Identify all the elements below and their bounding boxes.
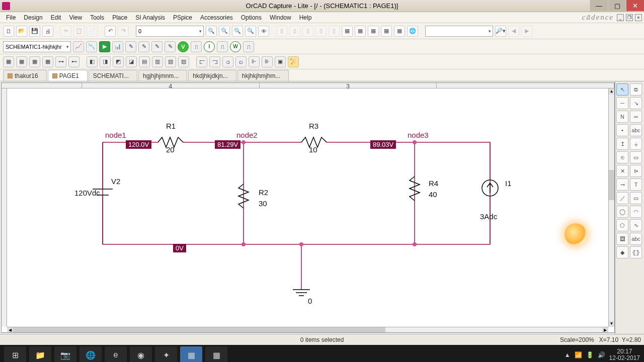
chrome-icon[interactable]: ◉	[130, 346, 152, 362]
place-ole-button[interactable]: abc	[630, 233, 642, 245]
app1-icon[interactable]: 🌐	[79, 346, 102, 362]
new-button[interactable]: 🗋	[3, 26, 14, 37]
tool-c-button[interactable]: ▯	[302, 26, 313, 37]
minimize-button[interactable]: —	[590, 0, 608, 11]
dt15[interactable]: ⫍	[196, 56, 207, 67]
scroll-right-button[interactable]: ▶	[602, 327, 608, 332]
app2-icon[interactable]: ✦	[155, 346, 177, 362]
dt3[interactable]: ▦	[29, 56, 40, 67]
voltage-badge-node1[interactable]: 120.0V	[126, 140, 151, 149]
marker-i-button[interactable]: ✎	[138, 41, 149, 52]
place-noconnect-button[interactable]: ✕	[616, 165, 628, 177]
sim-profile-button[interactable]: 📈	[73, 41, 84, 52]
undo-button[interactable]: ↶	[105, 26, 116, 37]
place-ground-button[interactable]: ⏚	[630, 138, 642, 150]
scroll-down-button[interactable]: ▼	[609, 321, 614, 327]
comp-value-r1[interactable]: 20	[166, 145, 175, 154]
net-label-node3[interactable]: node3	[408, 131, 429, 139]
place-power-button[interactable]: ↥	[616, 138, 628, 150]
comp-label-r1[interactable]: R1	[166, 122, 176, 130]
place-rect-button[interactable]: ▭	[630, 192, 642, 204]
voltage-badge-node2[interactable]: 81.29V	[215, 140, 240, 149]
zoom-in-button[interactable]: 🔍	[206, 26, 217, 37]
bias-w2-button[interactable]: ⎍	[243, 41, 254, 52]
print-button[interactable]: 🖨	[42, 26, 53, 37]
cut-button[interactable]: ✂	[60, 26, 71, 37]
tool-e-button[interactable]: ▯	[329, 26, 340, 37]
menu-design[interactable]: Design	[20, 13, 46, 22]
menu-file[interactable]: File	[2, 13, 20, 22]
menu-tools[interactable]: Tools	[86, 13, 108, 22]
scroll-thumb[interactable]	[13, 327, 385, 332]
place-text-button[interactable]: T	[630, 178, 642, 191]
bias-power-button[interactable]: W	[230, 41, 241, 52]
horizontal-scrollbar[interactable]: ◀ ▶	[7, 327, 608, 332]
eye-icon[interactable]: 👁	[258, 26, 269, 37]
place-part-button[interactable]: ⧉	[630, 83, 642, 96]
menu-view[interactable]: View	[65, 13, 86, 22]
dt13[interactable]: ▧	[165, 56, 176, 67]
tab-schematic[interactable]: SCHEMATI...	[89, 70, 137, 81]
schematic-canvas[interactable]: node1 node2 node3 120.0V 81.29V 89.03V 0…	[7, 88, 608, 327]
tool-j-button[interactable]: ▦	[394, 26, 405, 37]
tool-b-button[interactable]: ▯	[289, 26, 300, 37]
system-tray[interactable]: ▲ 📶 🔋 🔊 20:17 12-02-2017	[565, 348, 640, 361]
zoom-out-button[interactable]: 🔍	[219, 26, 230, 37]
scroll-left-button[interactable]: ◀	[7, 327, 13, 332]
maximize-button[interactable]: ▢	[608, 0, 626, 11]
place-autowire-button[interactable]: ↘	[630, 97, 642, 109]
tray-up-icon[interactable]: ▲	[565, 351, 571, 358]
tool-a-button[interactable]: ▯	[276, 26, 287, 37]
tab-hkj[interactable]: hkjhkjhmjhm...	[237, 70, 289, 81]
dt16[interactable]: ⫎	[209, 56, 220, 67]
menu-window[interactable]: Window	[266, 13, 295, 22]
marker-w-button[interactable]: ✎	[151, 41, 163, 52]
comp-label-r3[interactable]: R3	[309, 122, 318, 130]
dt14[interactable]: ▨	[178, 56, 189, 67]
place-port-button[interactable]: ⊳	[630, 165, 642, 177]
dt1[interactable]: ▦	[3, 56, 14, 67]
comp-label-i1[interactable]: I1	[505, 179, 512, 188]
tool-f-button[interactable]: ▦	[342, 26, 353, 37]
dt5[interactable]: ⊶	[55, 56, 66, 67]
comp-label-r4[interactable]: R4	[429, 179, 438, 188]
save-button[interactable]: 💾	[29, 26, 40, 37]
palette-more2-button[interactable]: ⦃⦄	[630, 246, 642, 258]
place-offpage-button[interactable]: ⎋	[616, 151, 628, 163]
comp-value-v2[interactable]: 120Vdc	[74, 189, 100, 197]
tool-d-button[interactable]: ▯	[315, 26, 327, 37]
menu-edit[interactable]: Edit	[47, 13, 65, 22]
menu-place[interactable]: Place	[108, 13, 131, 22]
bias-voltage-button[interactable]: V	[178, 41, 189, 52]
explorer-icon[interactable]: 📁	[29, 346, 51, 362]
tab-thakur16[interactable]: thakur16	[3, 70, 47, 81]
place-arc-button[interactable]: ◠	[630, 206, 642, 218]
paste-button[interactable]: 📄	[87, 26, 98, 37]
search-combo[interactable]	[425, 26, 493, 37]
place-wire-button[interactable]: ─	[616, 97, 628, 109]
comp-value-r4[interactable]: 40	[429, 190, 437, 199]
mdi-close-button[interactable]: ×	[635, 14, 642, 21]
tool-g-button[interactable]: ▦	[355, 26, 366, 37]
tab-hkd[interactable]: hkdjhkjdkjn...	[188, 70, 236, 81]
app3-icon[interactable]: ▦	[205, 346, 227, 362]
run-button[interactable]: ▶	[99, 41, 110, 52]
scroll-up-button[interactable]: ▲	[609, 88, 614, 95]
tab-page1[interactable]: PAGE1	[48, 70, 88, 81]
menu-pspice[interactable]: PSpice	[169, 13, 196, 22]
net-label-node2[interactable]: node2	[236, 131, 258, 139]
dt12[interactable]: ▥	[152, 56, 163, 67]
redo-button[interactable]: ↷	[118, 26, 129, 37]
scroll-thumb[interactable]	[609, 170, 614, 200]
prev-button[interactable]: ◀	[508, 26, 519, 37]
voltage-badge-node3[interactable]: 89.03V	[370, 140, 396, 149]
place-busentry-button[interactable]: abc	[630, 124, 642, 136]
dt9[interactable]: ◩	[113, 56, 124, 67]
zoom-area-button[interactable]: 🔍	[232, 26, 243, 37]
start-button[interactable]: ⊞	[4, 346, 26, 362]
find-button[interactable]: 🔎▾	[495, 26, 506, 37]
dt19[interactable]: ⊩	[249, 56, 260, 67]
dt7[interactable]: ◧	[87, 56, 98, 67]
dt8[interactable]: ◨	[100, 56, 111, 67]
copy-button[interactable]: 📋	[73, 26, 85, 37]
